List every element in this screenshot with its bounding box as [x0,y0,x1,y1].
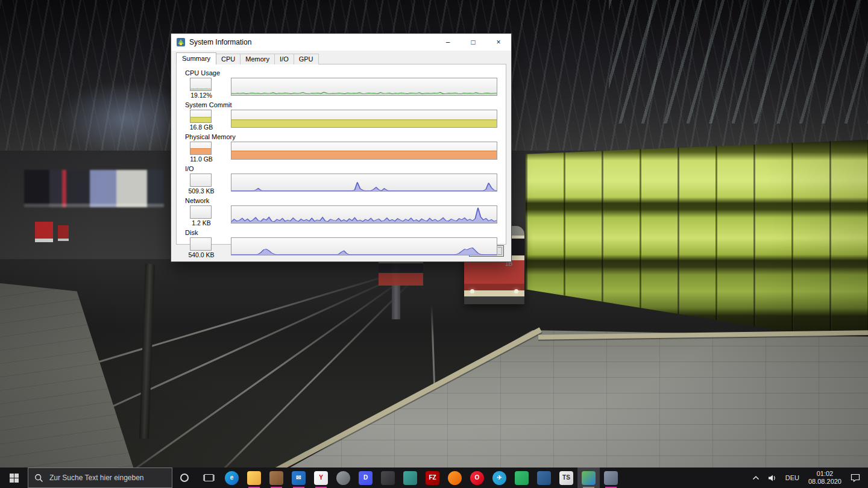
scene-train-headlight [470,289,474,293]
perf-section-cpu: CPU Usage 19.12% [185,69,498,99]
taskbar-app-steam[interactable] [332,468,354,488]
cortana-button[interactable] [172,468,197,488]
tab-io[interactable]: I/O [274,54,294,64]
mail-icon: ✉ [292,471,306,485]
taskbar-app-filezilla[interactable]: FZ [421,468,444,488]
file-explorer-icon [247,471,261,485]
perf-section-commit: System Commit 16.8 GB [185,101,498,131]
tab-strip: Summary CPU Memory I/O GPU [171,51,511,64]
search-input[interactable] [48,473,172,483]
network-graph[interactable] [231,205,497,224]
edge-icon: e [225,471,239,485]
taskbar-app-process-hacker[interactable] [577,468,600,488]
taskbar-app-photos[interactable] [377,468,399,488]
perf-section-label: CPU Usage [185,69,498,77]
minimize-button[interactable]: – [435,34,461,51]
memory-mini-graph[interactable] [190,142,212,155]
language-indicator[interactable]: DEU [781,468,804,488]
window-controls: – □ × [435,34,511,51]
tab-cpu[interactable]: CPU [216,54,241,64]
chevron-up-icon [752,475,760,480]
filezilla-icon: FZ [426,471,439,485]
taskbar-app-file-explorer[interactable] [243,468,265,488]
photos-icon [381,471,395,485]
system-information-window: System Information – □ × Summary CPU Mem… [171,33,512,262]
tab-summary[interactable]: Summary [176,52,216,64]
disk-value: 540.0 KB [185,251,218,258]
taskbar-app-opera[interactable]: O [466,468,488,488]
tray-chevron-button[interactable] [748,468,764,488]
taskbar-app-firefox[interactable] [444,468,466,488]
clock-date: 08.08.2020 [808,478,841,486]
system-commit-value: 16.8 GB [185,124,218,131]
perf-section-label: Physical Memory [185,133,498,141]
close-button[interactable]: × [486,34,511,51]
scene-red-kiosk [35,222,53,242]
taskbar-app-video-app[interactable] [399,468,421,488]
physical-memory-value: 11.0 GB [185,155,218,163]
tab-gpu[interactable]: GPU [294,54,319,64]
perf-section-label: Disk [185,229,498,237]
search-box[interactable] [28,468,172,488]
speaker-icon [768,474,777,482]
cpu-mini-graph[interactable] [190,78,212,91]
physical-memory-graph[interactable] [231,142,497,160]
maximize-button[interactable]: □ [461,34,486,51]
taskbar-app-store[interactable] [265,468,288,488]
teamspeak-icon: TS [559,471,573,485]
action-center-icon [851,474,860,482]
io-graph[interactable] [231,174,497,192]
process-hacker-icon [582,471,596,485]
taskbar-spacer [622,468,748,488]
volume-button[interactable] [764,468,781,488]
opera-icon: O [470,471,484,485]
clock-time: 01:02 [808,470,841,478]
taskbar-app-y-app[interactable]: Y [310,468,332,488]
action-center-button[interactable] [846,468,864,488]
window-titlebar[interactable]: System Information – □ × [171,34,511,51]
scene-train-headlight [514,289,518,293]
taskbar-app-discord[interactable]: D [354,468,377,488]
task-view-button[interactable] [197,468,221,488]
network-value: 1.2 KB [185,219,218,227]
tab-memory[interactable]: Memory [240,54,275,64]
perf-section-physical-memory: Physical Memory 11.0 GB [185,133,498,163]
taskbar-app-edge[interactable]: e [221,468,243,488]
taskbar: e✉YDFZO✈TS DEU 01:02 08.08.2020 [0,468,868,488]
green-app-icon [515,471,529,485]
taskbar-apps: e✉YDFZO✈TS [221,468,622,488]
perf-section-label: I/O [185,165,498,173]
blue-app-icon [537,471,551,485]
io-mini-graph[interactable] [190,174,212,187]
scene-red-sign [58,225,69,241]
firefox-icon [448,471,462,485]
disk-graph[interactable] [231,237,497,255]
perf-section-label: System Commit [185,101,498,109]
steam-icon [336,471,350,485]
discord-icon: D [359,471,373,485]
screen: 1B System Information – □ × Summary CPU … [0,0,868,488]
taskbar-app-mail[interactable]: ✉ [288,468,310,488]
network-mini-graph[interactable] [190,205,212,219]
y-app-icon: Y [314,471,328,485]
perf-section-label: Network [185,197,498,205]
system-commit-graph[interactable] [231,110,497,128]
clock[interactable]: 01:02 08.08.2020 [804,470,846,486]
commit-mini-graph[interactable] [190,110,212,123]
scene-skylight-strips [609,0,868,124]
app-icon [176,37,186,47]
cortana-icon [180,474,189,482]
disk-mini-graph[interactable] [190,237,212,251]
taskbar-app-telegram[interactable]: ✈ [488,468,511,488]
taskbar-app-green-app[interactable] [511,468,533,488]
taskbar-app-train-simulator[interactable] [600,468,622,488]
cpu-usage-graph[interactable] [231,78,497,96]
video-app-icon [403,471,417,485]
task-view-icon [204,474,213,481]
taskbar-app-blue-app[interactable] [533,468,555,488]
start-button[interactable] [0,468,28,488]
telegram-icon: ✈ [492,471,506,485]
search-icon [34,474,43,483]
taskbar-app-teamspeak[interactable]: TS [555,468,577,488]
windows-logo-icon [10,474,19,483]
